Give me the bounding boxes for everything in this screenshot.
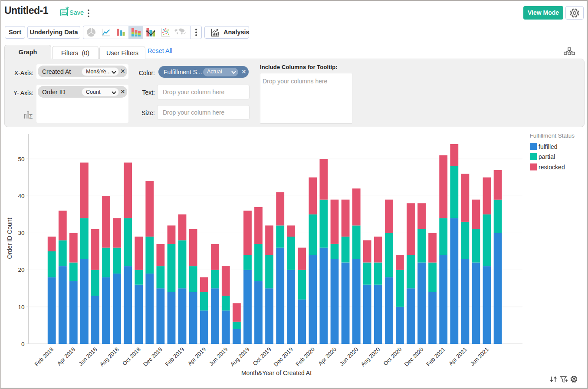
svg-text:fulfilled: fulfilled xyxy=(539,143,558,150)
svg-text:Aug 2020: Aug 2020 xyxy=(359,346,381,368)
svg-text:Dec 2020: Dec 2020 xyxy=(403,346,425,368)
svg-text:Jun 2021: Jun 2021 xyxy=(469,346,490,367)
svg-text:Jun 2019: Jun 2019 xyxy=(208,346,229,367)
svg-text:Aug 2019: Aug 2019 xyxy=(229,346,251,368)
svg-text:Feb 2019: Feb 2019 xyxy=(164,346,185,367)
svg-text:Apr 2018: Apr 2018 xyxy=(56,346,77,367)
svg-text:Oct 2019: Oct 2019 xyxy=(252,346,273,367)
svg-text:Apr 2019: Apr 2019 xyxy=(186,346,207,367)
svg-text:Oct 2020: Oct 2020 xyxy=(382,346,403,367)
svg-text:Jun 2018: Jun 2018 xyxy=(77,346,98,367)
svg-text:0: 0 xyxy=(21,341,25,347)
svg-text:Order ID Count: Order ID Count xyxy=(6,218,13,259)
svg-text:Feb 2020: Feb 2020 xyxy=(295,346,316,367)
svg-text:Dec 2019: Dec 2019 xyxy=(273,346,294,368)
svg-text:Oct 2018: Oct 2018 xyxy=(121,346,142,367)
svg-text:Dec 2018: Dec 2018 xyxy=(142,346,164,368)
svg-text:20: 20 xyxy=(18,267,24,273)
svg-text:Fulfillment Status: Fulfillment Status xyxy=(530,132,575,139)
svg-text:40: 40 xyxy=(18,193,24,199)
svg-text:Month&Year of Created At: Month&Year of Created At xyxy=(241,369,312,376)
svg-text:Apr 2021: Apr 2021 xyxy=(447,346,468,367)
svg-text:Feb 2021: Feb 2021 xyxy=(425,346,446,367)
svg-text:50: 50 xyxy=(18,156,24,162)
svg-text:30: 30 xyxy=(18,230,24,236)
svg-text:10: 10 xyxy=(18,304,24,310)
svg-text:restocked: restocked xyxy=(539,164,565,171)
svg-text:Σ: Σ xyxy=(29,113,33,119)
svg-text:Feb 2018: Feb 2018 xyxy=(33,346,55,367)
svg-text:Jun 2020: Jun 2020 xyxy=(338,346,359,367)
svg-text:partial: partial xyxy=(539,153,555,160)
svg-text:Apr 2020: Apr 2020 xyxy=(317,346,338,367)
svg-text:Aug 2018: Aug 2018 xyxy=(99,346,120,368)
